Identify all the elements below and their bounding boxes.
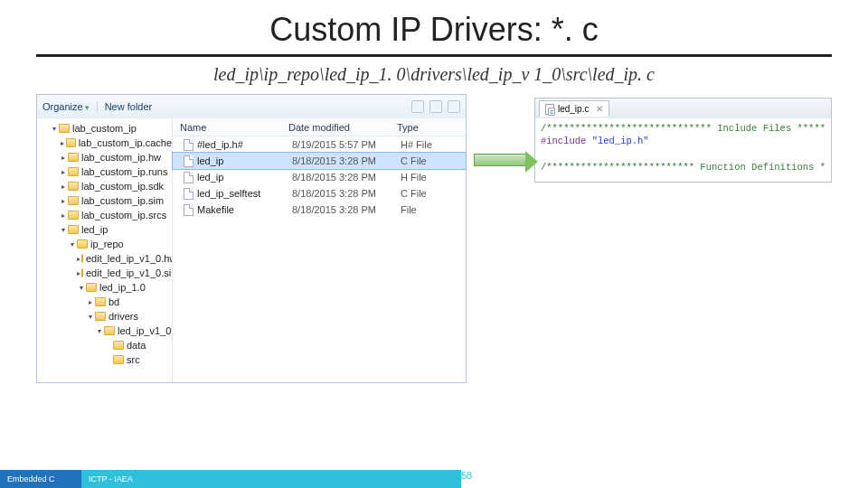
tree-item[interactable]: ▸lab_custom_ip.sdk (37, 179, 172, 193)
col-type-header[interactable]: Type (390, 122, 466, 133)
folder-icon (68, 182, 79, 191)
tree-item[interactable]: ▾led_ip (37, 222, 172, 237)
expand-icon[interactable]: ▸ (59, 183, 67, 191)
folder-icon (68, 225, 79, 234)
close-icon[interactable]: ✕ (596, 104, 603, 114)
tree-item[interactable]: ▾lab_custom_ip (37, 121, 172, 136)
expand-icon[interactable]: ▸ (59, 168, 67, 176)
folder-icon (68, 167, 79, 176)
view-mode-button[interactable] (411, 100, 424, 113)
folder-icon (95, 312, 106, 321)
expand-icon[interactable]: ▸ (59, 154, 67, 162)
tree-item-label: bd (108, 296, 119, 307)
file-row[interactable]: Makefile8/18/2015 3:28 PMFile (173, 202, 466, 218)
arrow-icon (474, 154, 527, 170)
tree-item-label: ip_repo (90, 239, 124, 249)
expand-icon[interactable]: ▸ (59, 211, 67, 220)
expand-icon[interactable]: ▾ (59, 226, 67, 234)
folder-icon (68, 153, 79, 162)
title-underline (36, 54, 832, 57)
expand-icon[interactable]: ▾ (50, 125, 58, 133)
expand-icon[interactable]: ▸ (77, 269, 80, 277)
expand-icon[interactable] (104, 342, 112, 350)
file-date: 8/18/2015 3:28 PM (285, 155, 393, 166)
file-type: C File (393, 155, 466, 166)
expand-icon[interactable]: ▸ (77, 255, 80, 263)
tree-item-label: lab_custom_ip.runs (81, 166, 167, 177)
footer-left: Embedded C (0, 470, 81, 488)
expand-icon[interactable]: ▾ (86, 313, 94, 321)
preview-pane-button[interactable] (429, 100, 442, 113)
file-row[interactable]: led_ip_selftest8/18/2015 3:28 PMC File (173, 185, 466, 202)
tree-item[interactable]: ▸lab_custom_ip.runs (37, 164, 172, 179)
folder-icon (95, 297, 106, 306)
column-header-row: Name Date modified Type (173, 118, 466, 136)
file-explorer-window: Organize▾ New folder ▾lab_custom_ip▸lab_… (36, 94, 467, 383)
editor-body[interactable]: /***************************** Include F… (535, 118, 831, 182)
file-type: H File (393, 172, 466, 183)
folder-icon (77, 239, 88, 249)
code-comment: /***************************** Include F… (541, 123, 826, 134)
expand-icon[interactable] (104, 356, 112, 364)
col-date-header[interactable]: Date modified (281, 122, 390, 133)
editor-tab[interactable]: led_ip.c ✕ (539, 100, 609, 117)
expand-icon[interactable]: ▸ (59, 197, 67, 205)
tree-item[interactable]: ▾ip_repo (37, 237, 172, 251)
expand-icon[interactable]: ▾ (77, 284, 85, 292)
expand-icon[interactable]: ▾ (68, 240, 76, 249)
code-comment: /************************** Function Def… (541, 162, 826, 173)
new-folder-button[interactable]: New folder (105, 101, 153, 112)
organize-menu[interactable]: Organize▾ (42, 101, 90, 112)
file-name: Makefile (197, 204, 234, 215)
tree-item-label: led_ip_1.0 (99, 282, 146, 293)
file-type: H# File (393, 139, 466, 150)
file-row[interactable]: led_ip8/18/2015 3:28 PMH File (173, 169, 466, 185)
page-number: 58 (461, 470, 868, 481)
file-icon (184, 188, 193, 200)
code-string: "led_ip.h" (592, 136, 649, 146)
tree-item[interactable]: ▾led_ip_v1_0 (37, 324, 172, 338)
explorer-toolbar: Organize▾ New folder (37, 95, 466, 118)
tree-item[interactable]: ▸lab_custom_ip.hw (37, 150, 172, 164)
tree-item[interactable]: ▸lab_custom_ip.srcs (37, 208, 172, 222)
expand-icon[interactable]: ▾ (95, 327, 103, 335)
col-name-header[interactable]: Name (173, 122, 281, 133)
help-button[interactable] (448, 100, 460, 113)
tree-item[interactable]: ▸edit_led_ip_v1_0.sim (37, 266, 172, 280)
file-name: led_ip (197, 172, 223, 183)
code-keyword: #include (541, 136, 592, 146)
folder-icon (104, 326, 115, 335)
tree-item[interactable]: ▸lab_custom_ip.sim (37, 193, 172, 208)
file-row[interactable]: led_ip8/18/2015 3:28 PMC File (173, 153, 466, 169)
tree-item-label: lab_custom_ip.cache (79, 137, 172, 148)
expand-icon[interactable]: ▸ (86, 298, 94, 306)
tree-item[interactable]: ▸edit_led_ip_v1_0.hw (37, 251, 172, 266)
file-row[interactable]: #led_ip.h#8/19/2015 5:57 PMH# File (173, 136, 466, 153)
chevron-down-icon: ▾ (85, 103, 90, 112)
file-type: C File (393, 188, 466, 199)
file-icon (184, 204, 193, 216)
tree-item-label: lab_custom_ip.srcs (81, 210, 166, 221)
file-name: led_ip_selftest (197, 188, 260, 199)
tree-item-label: led_ip_v1_0 (118, 325, 171, 336)
file-date: 8/18/2015 3:28 PM (285, 172, 393, 183)
toolbar-separator (97, 101, 98, 112)
folder-icon (81, 254, 83, 263)
tree-item[interactable]: src (37, 352, 172, 367)
slide-title: Custom IP Drivers: *. c (0, 0, 868, 52)
file-date: 8/18/2015 3:28 PM (285, 188, 393, 199)
folder-tree[interactable]: ▾lab_custom_ip▸lab_custom_ip.cache▸lab_c… (37, 118, 173, 382)
file-icon (184, 139, 193, 151)
folder-icon (66, 138, 75, 147)
tree-item[interactable]: ▾led_ip_1.0 (37, 280, 172, 295)
footer-mid: ICTP - IAEA (81, 470, 461, 488)
tree-item-label: data (127, 340, 146, 351)
tree-item[interactable]: ▸bd (37, 295, 172, 309)
tree-item-label: lab_custom_ip.hw (81, 152, 161, 163)
folder-icon (86, 283, 97, 292)
tree-item[interactable]: ▾drivers (37, 309, 172, 324)
tree-item[interactable]: data (37, 338, 172, 352)
expand-icon[interactable]: ▸ (59, 139, 65, 147)
folder-icon (68, 211, 79, 220)
tree-item[interactable]: ▸lab_custom_ip.cache (37, 136, 172, 150)
